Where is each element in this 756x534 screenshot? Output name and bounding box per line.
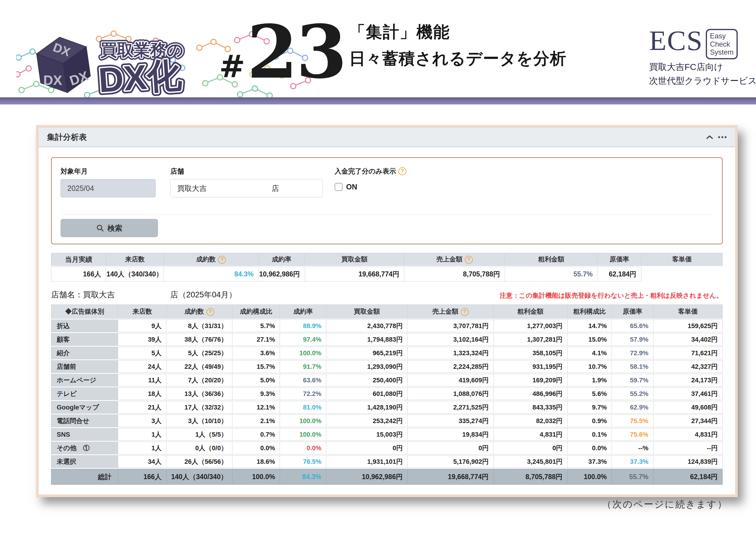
summary-value: 62,184円 [598,267,641,281]
page-title-line2: 日々蓄積されるデータを分析 [349,48,566,70]
store-field-group: 店舗 買取大吉 店 [170,167,323,197]
help-icon[interactable]: ? [465,256,473,264]
media-cell: 100.0% [280,347,326,359]
media-cell: 0円 [494,442,568,454]
media-cell: --% [612,442,654,454]
media-cell: 88.9% [280,319,326,332]
media-cell: 57.9% [612,333,654,346]
media-cell: 140人（340/340） [167,469,232,485]
deposit-label-text: 入金完了分のみ表示 [335,167,396,176]
media-cell: 2,271,525円 [408,401,494,414]
summary-table: 当月実績 来店数成約数?成約率買取金額売上金額?粗利金額原価率客単価 166人1… [51,252,723,282]
media-cell: 19,668,774円 [408,469,494,485]
collapse-chevron-up-icon[interactable] [706,135,713,139]
media-cell: 91.7% [280,360,326,373]
media-cell: 3人 [118,415,167,427]
media-col-header: 成約構成比 [232,304,280,318]
media-cell: 63.6% [280,374,326,387]
media-cell: 37,461円 [654,387,723,400]
media-col-header: 原価率 [612,304,654,318]
media-row-label: 折込 [51,319,118,332]
media-cell: 10,962,986円 [326,469,408,485]
deposit-checkbox[interactable] [335,183,342,191]
media-cell: 55.2% [612,387,654,400]
media-cell: 3,707,781円 [408,319,494,332]
warning-note: 注意：この集計機能は販売登録を行わないと売上・粗利は反映されません。 [500,291,723,300]
media-cell: 72.9% [612,347,654,359]
media-row-label: ホームページ [51,374,118,387]
media-cell: 9.3% [232,387,280,400]
media-cell: 0.0% [568,442,612,454]
media-cell: 76.5% [280,455,326,468]
search-button[interactable]: 検索 [61,219,158,237]
media-row-label: 顧客 [51,333,118,346]
media-cell: 1,931,101円 [326,455,408,468]
media-cell: 0.0% [280,442,326,454]
store-suffix: 店 [272,184,279,193]
media-cell: 8人（31/31） [167,319,232,332]
media-cell: 27,344円 [654,415,723,427]
media-cell: 58.1% [612,360,654,373]
media-row: 紹介5人5人（25/25）3.6%100.0%965,219円1,323,324… [51,347,723,359]
media-cell: 15,003円 [326,428,408,441]
help-icon[interactable]: ? [218,256,226,264]
media-cell: 13人（36/36） [167,387,232,400]
media-cell: 15.7% [232,360,280,373]
media-cell: 75.6% [612,428,654,441]
help-icon[interactable]: ? [206,308,214,316]
summary-col-header: 粗利金額 [505,253,598,266]
media-cell: 931,195円 [494,360,568,373]
media-row-label: その他 ① [51,442,118,454]
svg-text:DX化: DX化 [97,55,183,99]
media-cell: 1,293,090円 [326,360,408,373]
media-cell: 0.7% [232,428,280,441]
media-cell: 250,400円 [326,374,408,387]
store-input[interactable]: 買取大吉 店 [170,179,323,197]
media-cell: 18.6% [232,455,280,468]
panel-header: 集計分析表 [39,128,735,147]
summary-col-header: 原価率 [598,253,641,266]
help-icon[interactable]: ? [398,167,406,175]
media-cell: 55.7% [612,469,654,485]
media-cell: 335,274円 [408,415,494,427]
media-cell: 5.0% [232,374,280,387]
page: DX DX DX 買取業務の 買取業務の DX化 DX化 # 23 「集計」機能… [0,0,756,534]
media-row: 顧客39人38人（76/76）27.1%97.4%1,794,883円3,102… [51,333,723,346]
help-icon[interactable]: ? [461,308,469,316]
media-cell: 5.7% [232,319,280,332]
media-row: 折込9人8人（31/31）5.7%88.9%2,430,778円3,707,78… [51,319,723,332]
summary-value: 84.3% [164,267,259,281]
summary-value: 10,962,986円 [259,267,305,281]
media-cell: 39人 [118,333,167,346]
media-cell: 17人（32/32） [167,401,232,414]
media-cell: 1,277,003円 [494,319,568,332]
month-input[interactable]: 2025/04 [61,179,156,197]
filter-box: 対象年月 2025/04 店舗 買取大吉 店 [51,157,723,244]
media-cell: 3,102,164円 [408,333,494,346]
media-cell: 0円 [408,442,494,454]
more-menu-icon[interactable] [718,136,727,139]
media-cell: 100.0% [232,469,280,485]
media-sort-header[interactable]: ◆広告媒体別 [51,304,118,318]
media-cell: 486,996円 [494,387,568,400]
media-table: ◆広告媒体別来店数成約数?成約構成比成約率買取金額売上金額?粗利金額粗利構成比原… [51,304,723,486]
media-cell: 4,831円 [654,428,723,441]
media-row: 電話問合せ3人3人（10/10）2.1%100.0%253,242円335,27… [51,415,723,427]
ecs-subtitle1: 買取大吉FC店向け [649,61,755,73]
media-cell: --円 [654,442,723,454]
media-cell: 1.9% [568,374,612,387]
media-cell: 5人（25/25） [167,347,232,359]
media-cell: 24,173円 [654,374,723,387]
media-cell: 0.9% [568,415,612,427]
media-cell: 38人（76/76） [167,333,232,346]
media-cell: 100.0% [568,469,612,485]
brand-text: 買取業務の 買取業務の DX化 DX化 [97,40,183,99]
media-cell: 4,831円 [494,428,568,441]
month-label: 対象年月 [61,167,156,176]
media-cell: 2,430,778円 [326,319,408,332]
media-cell: 18人 [118,387,167,400]
media-row: ホームページ11人7人（20/20）5.0%63.6%250,400円419,6… [51,374,723,387]
media-row: 店舗前24人22人（49/49）15.7%91.7%1,293,090円2,22… [51,360,723,373]
media-cell: 34,402円 [654,333,723,346]
media-row-label: テレビ [51,387,118,400]
